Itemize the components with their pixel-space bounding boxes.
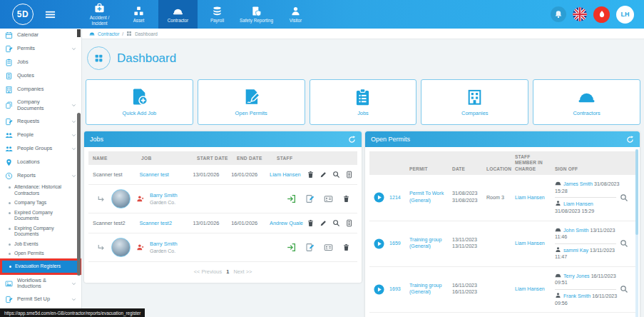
- hamburger-menu-icon[interactable]: [45, 9, 56, 20]
- permit-name-link[interactable]: Permit To Work: [409, 191, 444, 196]
- map-pin-icon: [5, 158, 13, 166]
- person-add-icon[interactable]: [136, 195, 144, 203]
- user-avatar[interactable]: LH: [616, 6, 634, 24]
- job-link[interactable]: Scanner test2: [139, 220, 193, 226]
- sign-off-name-link[interactable]: Terry Jones: [563, 273, 590, 279]
- permit-staff-link[interactable]: Liam Hansen: [515, 195, 555, 201]
- sign-off-name-link[interactable]: Liam Hansen: [563, 201, 593, 207]
- permit-type[interactable]: (General): [409, 243, 431, 249]
- sidebar-sub-expired-company-documents[interactable]: Expired Company Documents: [0, 208, 81, 223]
- sidebar-item-quotes[interactable]: Quotes: [0, 69, 81, 83]
- id-card-icon[interactable]: [324, 194, 333, 203]
- view-icon[interactable]: [620, 193, 628, 202]
- delete-icon[interactable]: [342, 243, 350, 251]
- sign-in-icon[interactable]: [287, 243, 296, 252]
- person-add-icon[interactable]: [136, 243, 144, 251]
- sidebar-sub-expiring-company-documents[interactable]: Expiring Company Documents: [0, 223, 81, 239]
- sidebar-scrollbar-thumb[interactable]: [77, 113, 81, 276]
- edit-document-icon[interactable]: [305, 194, 315, 203]
- edit-icon[interactable]: [320, 171, 327, 178]
- sidebar-item-companies[interactable]: Companies: [0, 83, 81, 96]
- breadcrumb-contractor-link[interactable]: Contractor: [98, 31, 119, 36]
- contractor-avatar[interactable]: [111, 238, 131, 257]
- permit-type[interactable]: (General): [409, 289, 431, 295]
- sign-off-name-link[interactable]: sammi Kay: [563, 248, 588, 253]
- view-icon[interactable]: [620, 285, 628, 293]
- topnav-visitor[interactable]: Visitor: [276, 0, 315, 29]
- permits-scrollbar[interactable]: [635, 149, 638, 317]
- card-contractors[interactable]: Contractors: [533, 79, 640, 125]
- topnav-asset[interactable]: Asset: [119, 0, 158, 29]
- play-icon[interactable]: [374, 192, 384, 203]
- topnav-payroll[interactable]: Payroll: [198, 0, 237, 29]
- sidebar-item-workflows-inductions[interactable]: Workflows & Inductions: [0, 275, 81, 293]
- fire-alarm-button[interactable]: [593, 6, 610, 23]
- previous-page-button[interactable]: << Previous: [194, 268, 222, 275]
- sidebar-item-company-documents[interactable]: Company Documents: [0, 96, 81, 115]
- sign-off-name-link[interactable]: James Smith: [563, 181, 593, 187]
- sidebar-item-permit-set-up[interactable]: Permit Set Up: [0, 293, 81, 306]
- permit-type[interactable]: (General): [409, 198, 431, 203]
- permit-staff-link[interactable]: Liam Hansen: [515, 286, 555, 292]
- permit-staff-link[interactable]: Liam Hansen: [515, 241, 555, 246]
- view-icon[interactable]: [332, 171, 340, 178]
- sidebar-item-requests[interactable]: Requests: [0, 115, 81, 129]
- play-icon[interactable]: [374, 238, 384, 249]
- report-icon[interactable]: [345, 219, 353, 227]
- sign-off-name-link[interactable]: John Smith: [563, 228, 589, 233]
- contractor-name-link[interactable]: Barry Smith: [150, 192, 178, 199]
- topnav-safety-reporting[interactable]: Safety Reporting: [237, 0, 276, 29]
- sidebar-item-reports[interactable]: Reports: [0, 169, 81, 183]
- job-staff-link[interactable]: Liam Hansen: [270, 171, 307, 178]
- sidebar-sub-open-permits[interactable]: Open Permits: [0, 249, 81, 258]
- edit-document-icon[interactable]: [305, 243, 315, 252]
- sidebar-item-people[interactable]: People: [0, 129, 81, 142]
- sidebar-sub-job-events[interactable]: Job Events: [0, 239, 81, 248]
- notifications-button[interactable]: [551, 6, 566, 22]
- play-icon[interactable]: [374, 284, 384, 295]
- sidebar-sub-evacuation-registers[interactable]: Evacuation Registers: [0, 258, 81, 274]
- sign-off-name-link[interactable]: Frank Smith: [563, 293, 591, 299]
- topnav-accident-incident[interactable]: Accident / Incident: [80, 0, 119, 29]
- bullet-dot: [9, 212, 11, 214]
- chevron-down-icon: [71, 281, 76, 286]
- job-link[interactable]: Scanner test: [139, 171, 193, 178]
- permit-name-link[interactable]: Training group: [409, 283, 441, 288]
- sidebar-item-calendar[interactable]: Calendar: [0, 29, 81, 42]
- sign-in-icon[interactable]: [287, 194, 296, 203]
- edit-icon[interactable]: [320, 219, 327, 227]
- current-page[interactable]: 1: [226, 268, 229, 275]
- contractor-name-link[interactable]: Barry Smith: [150, 241, 178, 248]
- sidebar-sub-attendance-historical-contractors[interactable]: Attendance: Historical Contractors: [0, 183, 81, 198]
- sidebar-item-people-groups[interactable]: People Groups: [0, 142, 81, 156]
- refresh-icon[interactable]: [626, 136, 634, 144]
- contractor-avatar[interactable]: [111, 189, 131, 208]
- delete-icon[interactable]: [307, 171, 315, 178]
- permit-id-link[interactable]: 1214: [389, 195, 409, 201]
- sidebar-item-jobs[interactable]: Jobs: [0, 56, 81, 69]
- card-quick-add-job[interactable]: Quick Add Job: [86, 79, 193, 125]
- language-flag-button[interactable]: [573, 7, 587, 21]
- permit-name-link[interactable]: Training group: [409, 237, 441, 243]
- view-icon[interactable]: [332, 219, 340, 227]
- card-companies[interactable]: Companies: [421, 79, 528, 125]
- app-logo[interactable]: 5D: [12, 4, 34, 25]
- delete-icon[interactable]: [342, 195, 350, 203]
- sidebar-scrollbar-top[interactable]: [77, 29, 81, 37]
- permit-id-link[interactable]: 1659: [389, 241, 409, 246]
- card-jobs[interactable]: Jobs: [310, 79, 417, 125]
- sidebar-sub-company-tags[interactable]: Company Tags: [0, 198, 81, 208]
- permit-id-link[interactable]: 1693: [389, 286, 409, 292]
- card-open-permits[interactable]: Open Permits: [198, 79, 305, 125]
- refresh-icon[interactable]: [348, 136, 356, 144]
- job-staff-link[interactable]: Andrew Quale: [270, 220, 307, 226]
- sidebar-item-locations[interactable]: Locations: [0, 156, 81, 169]
- report-icon[interactable]: [345, 171, 353, 178]
- delete-icon[interactable]: [307, 219, 315, 227]
- topnav-contractor[interactable]: Contractor: [158, 0, 198, 29]
- id-card-icon[interactable]: [324, 243, 333, 252]
- view-icon[interactable]: [620, 239, 628, 248]
- sidebar-item-permits[interactable]: Permits: [0, 42, 81, 56]
- permits-scrollbar-thumb[interactable]: [635, 149, 638, 235]
- next-page-button[interactable]: Next >>: [233, 268, 252, 275]
